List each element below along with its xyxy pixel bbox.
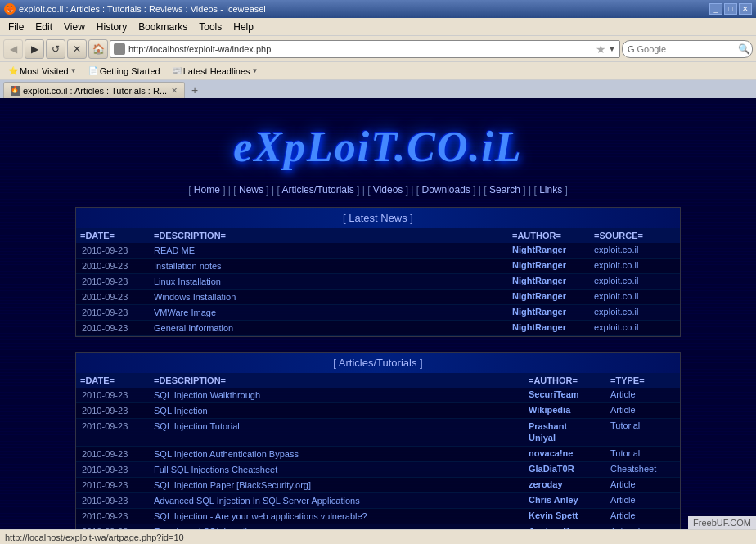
search-bar[interactable]: G 🔍 [622, 40, 753, 58]
menu-help[interactable]: Help [228, 20, 259, 34]
search-submit-icon[interactable]: 🔍 [738, 43, 750, 55]
tab-bar: 🔥 exploit.co.il : Articles : Tutorials :… [0, 80, 756, 98]
watermark-text: FreebUF.COM [693, 518, 751, 528]
desc-link[interactable]: SQL Injection [154, 406, 208, 416]
menu-file[interactable]: File [3, 20, 29, 34]
col-desc-1: =DESCRIPTION= [154, 231, 512, 241]
address-dropdown-icon[interactable]: ▼ [608, 44, 616, 53]
cell-author: NightRanger [512, 276, 594, 287]
page-icon: 📄 [88, 66, 98, 75]
new-tab-button[interactable]: + [187, 82, 203, 98]
desc-link[interactable]: VMWare Image [154, 308, 216, 317]
nav-videos[interactable]: Videos [373, 184, 403, 196]
articles-col-headers: =DATE= =DESCRIPTION= =AUTHOR= =TYPE= [76, 373, 680, 388]
table-row: 2010-09-23 SQL Injection Authentication … [76, 447, 680, 462]
articles-header: [ Articles/Tutorials ] [76, 353, 680, 373]
bookmark-most-visited[interactable]: ⭐ Most Visited ▼ [3, 65, 82, 77]
nav-articles[interactable]: Articles/Tutorials [281, 184, 353, 196]
app-icon: 🦊 [4, 3, 16, 15]
desc-link[interactable]: Installation notes [154, 261, 222, 271]
window-controls[interactable]: _ □ ✕ [709, 3, 752, 15]
menu-edit[interactable]: Edit [30, 20, 57, 34]
table-row: 2010-09-23 Advanced SQL Injection In SQL… [76, 493, 680, 509]
bookmark-getting-started-label: Getting Started [100, 66, 160, 76]
desc-link[interactable]: SQL Injection Authentication Bypass [154, 449, 299, 459]
tab-favicon: 🔥 [11, 86, 20, 96]
cell-date: 2010-09-23 [80, 479, 154, 491]
stop-button[interactable]: ✕ [67, 39, 87, 59]
close-button[interactable]: ✕ [739, 3, 752, 15]
menu-view[interactable]: View [59, 20, 90, 34]
articles-section: [ Articles/Tutorials ] =DATE= =DESCRIPTI… [75, 352, 681, 529]
address-text[interactable]: http://localhost/exploit-wa/index.php [128, 44, 596, 54]
bookmark-latest-headlines[interactable]: 📰 Latest Headlines ▼ [167, 65, 263, 77]
cell-author: novaca!ne [529, 448, 610, 460]
bookmark-getting-started[interactable]: 📄 Getting Started [83, 65, 165, 77]
nav-news[interactable]: News [239, 184, 263, 196]
col-date-2: =DATE= [80, 375, 154, 385]
cell-desc: SQL Injection Authentication Bypass [154, 448, 529, 460]
cell-date: 2010-09-23 [80, 276, 154, 287]
cell-desc: READ ME [154, 245, 512, 256]
cell-desc: Windows Installation [154, 291, 512, 303]
back-button[interactable]: ◀ [3, 39, 23, 59]
cell-author: GlaDiaT0R [529, 464, 610, 475]
nav-sep4: ] | [ [406, 184, 422, 196]
cell-desc: VMWare Image [154, 307, 512, 318]
nav-search[interactable]: Search [489, 184, 520, 196]
desc-link[interactable]: READ ME [154, 245, 195, 255]
cell-source: exploit.co.il [594, 276, 676, 287]
tab-close-button[interactable]: ✕ [171, 86, 178, 95]
table-row: 2010-09-23 General Information NightRang… [76, 321, 680, 336]
nav-bar: [ Home ] | [ News ] | [ Articles/Tutoria… [75, 179, 681, 200]
cell-date: 2010-09-23 [80, 495, 154, 506]
search-input[interactable] [637, 44, 736, 54]
site-logo-container: eXpLoiT.CO.iL [75, 106, 681, 179]
nav-sep2: ] | [ [266, 184, 281, 196]
desc-link[interactable]: SQL Injection Tutorial [154, 421, 240, 431]
menu-bookmarks[interactable]: Bookmarks [133, 20, 192, 34]
nav-home[interactable]: Home [194, 184, 220, 196]
menu-history[interactable]: History [92, 20, 132, 34]
desc-link[interactable]: General Information [154, 323, 233, 333]
cell-date: 2010-09-23 [80, 464, 154, 475]
desc-link[interactable]: SQL Injection - Are your web application… [154, 511, 367, 521]
cell-author: Chris Anley [529, 495, 610, 506]
desc-link[interactable]: Full SQL Injections Cheatsheet [154, 465, 277, 474]
col-type-2: =TYPE= [610, 375, 676, 385]
cell-type: Tutorial [610, 448, 676, 460]
cell-date: 2010-09-23 [80, 322, 154, 334]
minimize-button[interactable]: _ [709, 3, 722, 15]
cell-desc: Advanced SQL Injection In SQL Server App… [154, 495, 529, 506]
home-button[interactable]: 🏠 [88, 39, 108, 59]
reload-button[interactable]: ↺ [46, 39, 65, 59]
cell-source: exploit.co.il [594, 322, 676, 334]
news-icon: 📰 [172, 66, 182, 75]
table-row: 2010-09-23 Windows Installation NightRan… [76, 290, 680, 305]
cell-author: NightRanger [512, 291, 594, 303]
tab-exploit[interactable]: 🔥 exploit.co.il : Articles : Tutorials :… [3, 82, 185, 98]
nav-downloads[interactable]: Downloads [421, 184, 470, 196]
menu-tools[interactable]: Tools [194, 20, 227, 34]
bookmark-star-icon[interactable]: ★ [596, 43, 606, 56]
nav-links[interactable]: Links [539, 184, 562, 196]
address-bar-container: http://localhost/exploit-wa/index.php ★ … [110, 40, 620, 58]
forward-button[interactable]: ▶ [25, 39, 44, 59]
nav-sep1: ] | [ [223, 184, 239, 196]
table-row: 2010-09-23 Linux Installation NightRange… [76, 274, 680, 290]
cell-type: Article [610, 405, 676, 416]
desc-link[interactable]: SQL Injection Walkthrough [154, 390, 260, 400]
maximize-button[interactable]: □ [724, 3, 737, 15]
cell-author: NightRanger [512, 260, 594, 272]
desc-link[interactable]: Windows Installation [154, 292, 236, 302]
cell-author: NightRanger [512, 245, 594, 256]
desc-link[interactable]: Advanced SQL Injection In SQL Server App… [154, 496, 360, 506]
address-bar[interactable]: http://localhost/exploit-wa/index.php ★ … [110, 40, 620, 58]
cell-author: Wikipedia [529, 405, 610, 416]
cell-date: 2010-09-23 [80, 245, 154, 256]
desc-link[interactable]: SQL Injection Paper [BlackSecurity.org] [154, 480, 311, 490]
cell-source: exploit.co.il [594, 245, 676, 256]
watermark: FreebUF.COM [688, 516, 756, 529]
table-row: 2010-09-23 SQL Injection - Are your web … [76, 509, 680, 524]
desc-link[interactable]: Linux Installation [154, 276, 221, 286]
